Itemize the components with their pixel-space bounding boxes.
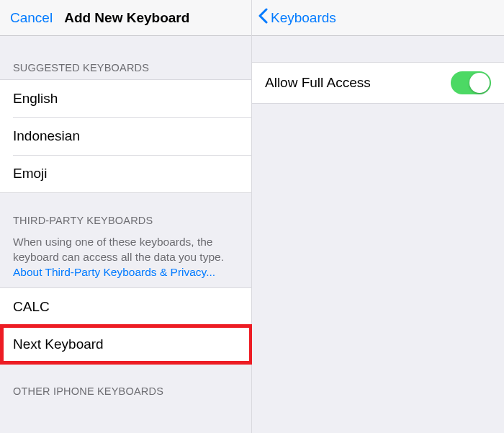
back-button[interactable]: Keyboards (252, 8, 336, 27)
thirdparty-keyboard-row[interactable]: CALC (0, 288, 251, 326)
right-navbar: Keyboards (252, 0, 504, 36)
left-navbar: Cancel Add New Keyboard (0, 0, 251, 36)
allow-full-access-toggle[interactable] (451, 71, 491, 94)
suggested-keyboard-row[interactable]: Emoji (0, 155, 251, 192)
chevron-left-icon (258, 8, 271, 27)
thirdparty-description: When using one of these keyboards, the k… (0, 232, 251, 287)
thirdparty-keyboard-row[interactable]: Next Keyboard (0, 326, 251, 363)
allow-full-access-label: Allow Full Access (265, 75, 371, 91)
section-header-other: OTHER IPHONE KEYBOARDS (0, 364, 251, 403)
back-label: Keyboards (271, 10, 336, 26)
thirdparty-privacy-link[interactable]: About Third-Party Keyboards & Privacy... (13, 266, 215, 278)
keyboard-label: CALC (13, 299, 50, 315)
keyboard-label: Indonesian (13, 128, 80, 144)
page-title: Add New Keyboard (64, 10, 189, 26)
section-header-suggested: SUGGESTED KEYBOARDS (0, 36, 251, 79)
thirdparty-keyboards-group: CALC Next Keyboard (0, 287, 251, 364)
suggested-keyboard-row[interactable]: English (0, 80, 251, 117)
keyboard-label: Emoji (13, 166, 48, 182)
add-keyboard-pane: Cancel Add New Keyboard SUGGESTED KEYBOA… (0, 0, 252, 433)
suggested-keyboards-group: English Indonesian Emoji (0, 79, 251, 193)
thirdparty-desc-text: When using one of these keyboards, the k… (13, 236, 224, 263)
suggested-keyboard-row[interactable]: Indonesian (0, 117, 251, 155)
section-header-thirdparty: THIRD-PARTY KEYBOARDS (0, 193, 251, 232)
keyboard-label: Next Keyboard (13, 336, 104, 352)
keyboard-detail-pane: Keyboards Allow Full Access (252, 0, 504, 433)
cancel-label: Cancel (10, 10, 53, 26)
cancel-button[interactable]: Cancel (0, 10, 53, 26)
toggle-knob (469, 73, 490, 93)
keyboard-label: English (13, 91, 58, 107)
access-group: Allow Full Access (252, 62, 504, 104)
allow-full-access-row: Allow Full Access (252, 63, 504, 103)
